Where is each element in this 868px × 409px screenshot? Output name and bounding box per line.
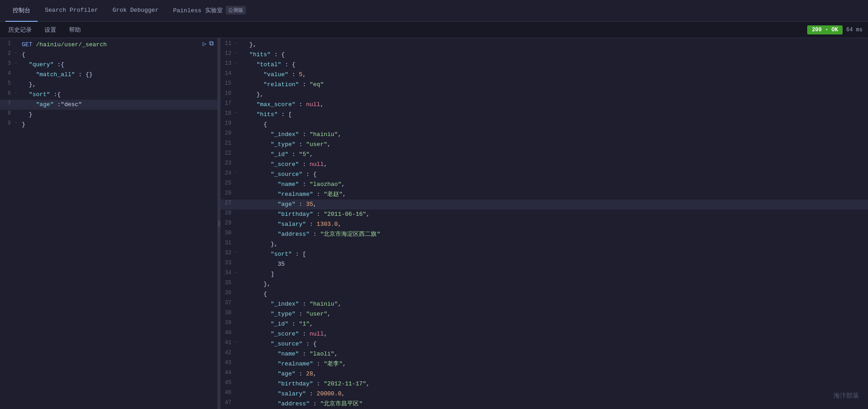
code-line: 8 } xyxy=(0,110,217,120)
line-content: "hits" : [ xyxy=(240,110,292,119)
line-content: "realname" : "老李", xyxy=(240,360,346,369)
line-content: "_source" : { xyxy=(240,170,317,179)
line-collapse[interactable]: - xyxy=(235,270,240,275)
code-line: 4 "match_all" : {} xyxy=(0,70,217,80)
code-line: 36 { xyxy=(221,289,868,299)
line-number: 7 xyxy=(0,100,15,107)
line-content: "birthday" : "2011-06-16", xyxy=(240,210,370,219)
code-line: 42 "name" : "laoli", xyxy=(221,349,868,359)
left-code-block: 1GET /hainiu/user/_search2-{3- "query" :… xyxy=(0,38,217,131)
line-number: 26 xyxy=(221,190,235,196)
line-content: } xyxy=(20,110,32,119)
tab-painless[interactable]: Painless 实验室 公测版 xyxy=(166,0,253,22)
line-number: 30 xyxy=(221,230,235,236)
line-number: 44 xyxy=(221,370,235,376)
line-number: 35 xyxy=(221,280,235,286)
code-line: 22 "_id" : "5", xyxy=(221,150,868,160)
nav-history[interactable]: 历史记录 xyxy=(5,24,34,36)
line-number: 19 xyxy=(221,120,235,127)
line-collapse[interactable]: - xyxy=(15,50,20,55)
tab-search-profiler[interactable]: Search Profiler xyxy=(38,0,105,22)
line-collapse[interactable]: - xyxy=(235,340,240,345)
line-content: } xyxy=(20,120,25,129)
code-line: 46 "salary" : 20000.0, xyxy=(221,389,868,399)
editor-toolbar: ▷ ⧉ xyxy=(203,40,214,48)
line-number: 41 xyxy=(221,340,235,346)
code-line: 27 "age" : 35, xyxy=(221,200,868,209)
line-number: 27 xyxy=(221,200,235,206)
line-content: "_score" : null, xyxy=(240,330,327,339)
code-line: 17 "max_score" : null, xyxy=(221,100,868,110)
line-number: 39 xyxy=(221,320,235,326)
code-line: 19 { xyxy=(221,120,868,130)
line-content: "sort" :{ xyxy=(20,90,61,99)
line-number: 28 xyxy=(221,210,235,216)
line-content: "value" : 5, xyxy=(240,70,306,79)
line-content: "_type" : "user", xyxy=(240,140,331,149)
code-line: 20 "_index" : "hainiu", xyxy=(221,130,868,140)
code-line: 13- "total" : { xyxy=(221,60,868,70)
line-number: 3 xyxy=(0,60,15,67)
line-number: 38 xyxy=(221,310,235,316)
line-content: 35 xyxy=(240,260,285,269)
right-panel: 11- },12- "hits" : {13- "total" : {14 "v… xyxy=(221,38,868,409)
line-content: "_source" : { xyxy=(240,340,317,349)
code-line: 7 "age" :"desc" xyxy=(0,100,217,110)
line-number: 2 xyxy=(0,50,15,57)
code-line: 12- "hits" : { xyxy=(221,50,868,60)
line-content: "realname" : "老赵", xyxy=(240,190,346,199)
code-line: 16 }, xyxy=(221,90,868,100)
copy-icon[interactable]: ⧉ xyxy=(209,40,214,48)
code-line: 37 "_index" : "hainiu", xyxy=(221,299,868,309)
tab-console[interactable]: 控制台 xyxy=(5,0,38,22)
line-number: 47 xyxy=(221,399,235,406)
line-number: 9 xyxy=(0,120,15,127)
line-collapse[interactable]: - xyxy=(235,60,240,65)
line-collapse[interactable]: - xyxy=(15,120,20,125)
code-line: 28 "birthday" : "2011-06-16", xyxy=(221,209,868,219)
line-content: { xyxy=(240,120,267,129)
line-content: "_index" : "hainiu", xyxy=(240,130,341,139)
line-collapse[interactable]: - xyxy=(235,170,240,175)
line-number: 29 xyxy=(221,220,235,226)
line-content: "address" : "北京市昌平区" xyxy=(240,399,363,409)
line-content: GET /hainiu/user/_search xyxy=(20,40,107,49)
line-content: "age" : 28, xyxy=(240,370,317,379)
code-line: 3- "query" :{ xyxy=(0,60,217,70)
line-collapse[interactable]: - xyxy=(235,250,240,255)
line-content: "name" : "laoli", xyxy=(240,350,338,359)
line-content: "_score" : null, xyxy=(240,160,327,169)
line-number: 23 xyxy=(221,160,235,166)
line-content: }, xyxy=(240,40,256,49)
line-content: }, xyxy=(240,240,278,249)
line-collapse[interactable]: - xyxy=(235,50,240,55)
code-line: 29 "salary" : 1303.0, xyxy=(221,219,868,229)
line-number: 31 xyxy=(221,240,235,246)
line-content: "age" : 35, xyxy=(240,200,317,209)
run-icon[interactable]: ▷ xyxy=(203,40,206,48)
nav-settings[interactable]: 设置 xyxy=(42,24,59,36)
line-content: "_index" : "hainiu", xyxy=(240,300,341,309)
line-content: "hits" : { xyxy=(240,50,285,59)
line-collapse[interactable]: - xyxy=(15,60,20,65)
line-collapse[interactable]: - xyxy=(235,40,240,45)
line-number: 34 xyxy=(221,270,235,276)
line-number: 43 xyxy=(221,360,235,366)
code-line: 26 "realname" : "老赵", xyxy=(221,190,868,200)
code-line: 23 "_score" : null, xyxy=(221,160,868,170)
line-number: 13 xyxy=(221,60,235,67)
code-line: 15 "relation" : "eq" xyxy=(221,80,868,90)
left-panel: ▷ ⧉ 1GET /hainiu/user/_search2-{3- "quer… xyxy=(0,38,218,409)
line-number: 12 xyxy=(221,50,235,57)
line-collapse[interactable]: - xyxy=(235,110,240,115)
line-content: "salary" : 20000.0, xyxy=(240,390,345,399)
line-content: "birthday" : "2012-11-17", xyxy=(240,380,370,389)
code-line: 18- "hits" : [ xyxy=(221,110,868,120)
nav-help[interactable]: 帮助 xyxy=(66,24,83,36)
code-line: 11- }, xyxy=(221,40,868,50)
line-collapse[interactable]: - xyxy=(15,90,20,95)
code-line: 6- "sort" :{ xyxy=(0,90,217,100)
tab-grok-debugger[interactable]: Grok Debugger xyxy=(105,0,166,22)
line-number: 4 xyxy=(0,70,15,77)
code-line: 44 "age" : 28, xyxy=(221,369,868,379)
